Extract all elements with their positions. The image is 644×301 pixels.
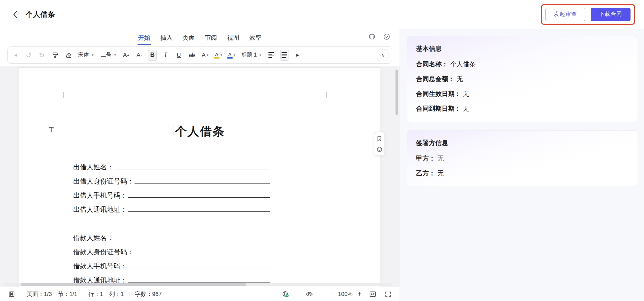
document-title[interactable]: 个人借条 [19, 124, 380, 139]
blank-underline [128, 268, 270, 268]
zoom-out-button[interactable]: − [327, 290, 335, 298]
proofing-check-icon[interactable] [383, 33, 391, 41]
zoom-in-button[interactable]: + [355, 290, 364, 298]
blank-underline [114, 169, 270, 169]
page-title: 个人借条 [26, 10, 55, 19]
font-size-select[interactable]: 二号 ▾ [99, 50, 118, 61]
bookmark-icon[interactable] [375, 134, 384, 143]
chevron-down-icon: ▾ [259, 53, 261, 57]
chevron-down-icon: ▾ [234, 53, 236, 57]
blank-underline [135, 254, 270, 254]
back-chevron-icon [13, 11, 18, 18]
paragraph-style-select[interactable]: 标题 1 ▾ [240, 50, 263, 61]
divider [83, 292, 83, 297]
doc-line[interactable]: 借款人姓名： [73, 228, 270, 242]
eraser-icon[interactable] [64, 50, 72, 61]
chevron-down-icon: ▾ [206, 53, 208, 57]
vertical-scrollbar[interactable] [396, 70, 398, 115]
top-header: 个人借条 发起审查 下载合同 [0, 0, 644, 29]
font-color-button[interactable]: A ▾ [227, 50, 236, 61]
doc-line[interactable]: 借款人通讯地址： [73, 271, 270, 285]
italic-button[interactable]: I [161, 50, 170, 61]
info-row-total-amount: 合同总金额： 无 [416, 75, 629, 83]
parties-info-card: 签署方信息 甲方： 无 乙方： 无 [407, 130, 638, 187]
toolbar-container: ◀ ↺ ↻ 宋体 ▾ 二号 ▾ [0, 45, 400, 66]
tab-view[interactable]: 视图 [227, 34, 240, 45]
support-assistant-icon[interactable] [368, 33, 376, 41]
text-cursor-marker: T [49, 126, 54, 134]
tab-page[interactable]: 页面 [182, 34, 196, 45]
toolbar-more-icon[interactable]: ▶ [293, 50, 302, 61]
align-justify-icon[interactable] [280, 50, 289, 61]
horizontal-scrollbar[interactable] [21, 283, 246, 286]
document-body: 出借人姓名： 出借人身份证号码： 出借人手机号码： 出借人通讯地址： 借款人姓名… [73, 158, 270, 285]
status-section-indicator[interactable]: 节：1/1 [58, 290, 78, 298]
doc-line[interactable]: 借款人身份证号码： [73, 242, 270, 257]
strikethrough-button[interactable]: ab [187, 50, 196, 61]
fullscreen-icon[interactable] [384, 290, 392, 298]
back-button[interactable] [9, 9, 21, 20]
tab-efficiency[interactable]: 效率 [249, 34, 262, 45]
blank-underline [128, 282, 270, 282]
highlight-color-swatch [214, 57, 219, 59]
chevron-down-icon: ▾ [221, 53, 223, 57]
blank-underline [128, 197, 270, 198]
app-window: 个人借条 发起审查 下载合同 开始 插入 页面 审阅 视图 效率 [0, 0, 644, 301]
status-column-indicator[interactable]: 列：1 [109, 290, 124, 298]
emoji-comment-icon[interactable] [375, 144, 384, 154]
doc-line[interactable]: 出借人姓名： [73, 158, 270, 172]
zoom-level[interactable]: 100% [335, 291, 355, 298]
doc-line[interactable]: 出借人身份证号码： [73, 172, 270, 186]
doc-line[interactable]: 出借人手机号码： [73, 186, 270, 200]
parties-info-title: 签署方信息 [416, 139, 629, 147]
start-review-button[interactable]: 发起审查 [546, 8, 585, 21]
blank-underline [128, 211, 270, 212]
divider [21, 292, 21, 297]
undo-icon[interactable]: ↺ [24, 50, 33, 61]
tab-insert[interactable]: 插入 [160, 34, 173, 45]
save-status-icon[interactable] [7, 290, 16, 298]
fit-page-icon[interactable] [369, 290, 377, 298]
status-page-indicator[interactable]: 页面：1/3 [27, 290, 52, 298]
toolbar-scroll-left-icon[interactable]: ◀ [11, 50, 20, 61]
format-painter-icon[interactable] [51, 50, 59, 61]
highlight-color-button[interactable]: A ▾ [214, 50, 223, 61]
annotation-highlight-box: 发起审查 下载合同 [541, 4, 635, 25]
download-contract-button[interactable]: 下载合同 [591, 8, 631, 21]
ribbon-tabbar: 开始 插入 页面 审阅 视图 效率 [0, 29, 400, 45]
chevron-down-icon: ▾ [92, 53, 94, 57]
decrease-font-button[interactable]: A- [135, 50, 144, 61]
document-editor: 开始 插入 页面 审阅 视图 效率 ◀ ↺ [0, 29, 400, 301]
tab-home[interactable]: 开始 [138, 34, 151, 45]
info-row-contract-name: 合同名称： 个人借条 [416, 60, 629, 69]
document-page[interactable]: T 个人借条 出借人姓名： 出借人身份证号码： 出借人手机号码： 出借人通讯地址… [19, 68, 380, 287]
collapse-toolbar-button[interactable]: ∧ [377, 49, 388, 61]
read-mode-eye-icon[interactable] [305, 290, 313, 298]
margin-mark-left [58, 92, 64, 98]
status-bar: 页面：1/3 节：1/1 行：1 列：1 字数：967 − 100% [0, 287, 400, 301]
info-row-expiry-date: 合同到期日期： 无 [416, 104, 629, 113]
basic-info-card: 基本信息 合同名称： 个人借条 合同总金额： 无 合同生效日期： 无 合同到期日… [407, 36, 638, 122]
font-color-swatch [227, 57, 233, 59]
floating-side-tools [374, 132, 385, 156]
doc-line[interactable]: 出借人通讯地址： [73, 200, 270, 214]
info-row-effective-date: 合同生效日期： 无 [416, 90, 629, 98]
divider [129, 292, 129, 297]
text-effects-button[interactable]: A ▾ [201, 50, 209, 61]
blank-underline [135, 183, 270, 183]
increase-font-button[interactable]: A+ [122, 50, 130, 61]
doc-line[interactable]: 借款人手机号码： [73, 257, 270, 271]
blank-underline [114, 240, 270, 240]
bold-button[interactable]: B [148, 50, 157, 61]
redo-icon[interactable]: ↻ [37, 50, 46, 61]
status-wordcount-indicator[interactable]: 字数：967 [135, 290, 162, 298]
contract-info-panel: 基本信息 合同名称： 个人借条 合同总金额： 无 合同生效日期： 无 合同到期日… [400, 29, 644, 301]
tab-review[interactable]: 审阅 [204, 34, 218, 45]
underline-button[interactable]: U [174, 50, 183, 61]
margin-mark-right [326, 92, 332, 98]
info-row-party-b: 乙方： 无 [416, 169, 629, 178]
status-line-indicator[interactable]: 行：1 [88, 290, 103, 298]
align-left-icon[interactable] [267, 50, 276, 61]
spellcheck-globe-icon[interactable] [282, 290, 290, 298]
font-family-select[interactable]: 宋体 ▾ [77, 50, 95, 61]
